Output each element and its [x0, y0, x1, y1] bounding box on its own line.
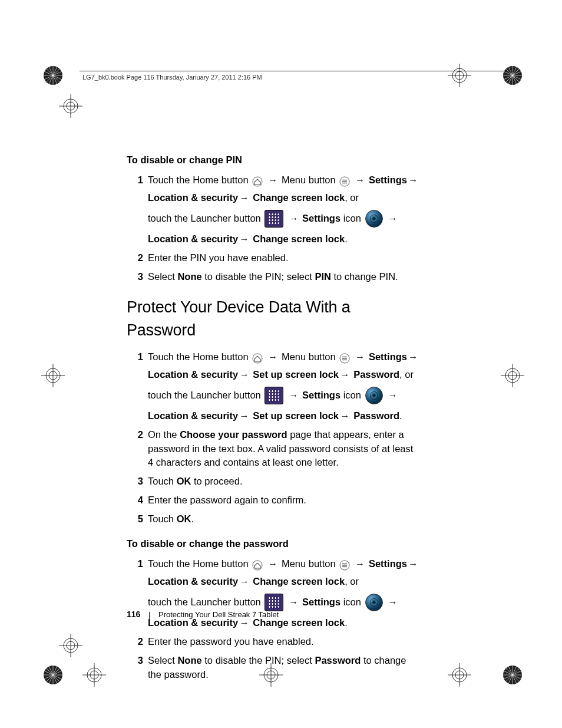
bold: Password [315, 655, 361, 666]
step-body: Touch the Home button → Menu button → Se… [148, 173, 421, 246]
text: . [345, 233, 348, 244]
step-number: 2 [127, 635, 148, 649]
page-number: 116 [127, 610, 140, 619]
step-item: 4 Enter the password again to confirm. [127, 493, 421, 508]
arrow-icon: → [238, 369, 250, 380]
bold: Location & security [148, 233, 238, 244]
bold: Set up screen lock [253, 369, 339, 380]
text: Touch the Home button [148, 351, 251, 362]
step-number: 3 [127, 270, 148, 284]
arrow-icon: → [238, 576, 250, 587]
step-number: 2 [127, 251, 148, 265]
step-number: 3 [127, 475, 148, 489]
text: to change PIN. [331, 271, 398, 282]
text: to proceed. [191, 476, 242, 486]
arrow-icon: → [238, 192, 250, 203]
arrow-icon: → [339, 369, 351, 380]
arrow-icon: → [407, 558, 419, 569]
step-body: Touch OK to proceed. [148, 475, 421, 489]
step-body: Select None to disable the PIN; select P… [148, 270, 421, 284]
arrow-icon: → [354, 351, 366, 362]
arrow-icon: → [267, 174, 279, 185]
step-number: 1 [127, 350, 148, 364]
crop-mark-icon [41, 64, 65, 87]
step-item: 5 Touch OK. [127, 512, 421, 526]
bold: Change screen lock [253, 576, 345, 587]
bold: Password [353, 369, 399, 380]
subheading-disable-pin: To disable or change PIN [127, 153, 421, 167]
steps-list: 1 Touch the Home button → Menu button → … [127, 173, 421, 284]
arrow-icon: → [354, 174, 366, 185]
text: On the [148, 429, 180, 440]
bold: None [177, 655, 201, 666]
arrow-icon: → [386, 597, 399, 607]
text: , or [345, 192, 359, 203]
settings-icon [365, 210, 383, 228]
text: Menu button [282, 351, 338, 362]
step-number: 5 [127, 512, 148, 526]
arrow-icon: → [407, 174, 419, 185]
step-number: 1 [127, 557, 148, 571]
text: Menu button [282, 558, 338, 569]
running-header: LG7_bk0.book Page 116 Thursday, January … [82, 73, 262, 83]
bold: Settings [302, 213, 340, 223]
bold: Location & security [148, 576, 238, 587]
section-heading-password: Protect Your Device Data With a Password [127, 296, 421, 342]
step-number: 4 [127, 493, 148, 508]
launcher-icon [265, 387, 283, 404]
text: icon [343, 597, 364, 607]
crop-mark-icon [501, 663, 524, 687]
step-item: 1 Touch the Home button → Menu button → … [127, 350, 421, 423]
crop-mark-icon [59, 94, 82, 118]
text: Select [148, 271, 177, 282]
arrow-icon: → [267, 351, 279, 362]
step-item: 2 Enter the PIN you have enabled. [127, 251, 421, 265]
text: touch the Launcher button [148, 390, 263, 400]
crop-mark-icon [41, 663, 65, 687]
text: . [399, 410, 402, 421]
arrow-icon: → [238, 233, 250, 244]
step-item: 3 Touch OK to proceed. [127, 475, 421, 489]
crop-mark-icon [41, 364, 65, 387]
bold: OK [177, 513, 191, 524]
footer-separator: | [143, 610, 156, 619]
text: Touch the Home button [148, 558, 251, 569]
crop-mark-icon [82, 663, 106, 687]
subheading-disable-password: To disable or change the password [127, 537, 421, 551]
step-item: 1 Touch the Home button → Menu button → … [127, 173, 421, 246]
text: to disable the PIN; select [202, 655, 315, 666]
step-body: Touch the Home button → Menu button → Se… [148, 350, 421, 423]
text: Select [148, 655, 177, 666]
step-number: 3 [127, 654, 148, 668]
text: , or [345, 576, 359, 587]
step-item: 2 Enter the password you have enabled. [127, 635, 421, 649]
bold: Change screen lock [253, 233, 345, 244]
bold: Settings [369, 351, 407, 362]
home-icon [252, 176, 263, 191]
menu-icon [339, 176, 350, 191]
crop-mark-icon [448, 663, 471, 687]
text: Touch the Home button [148, 174, 251, 185]
arrow-icon: → [287, 597, 300, 607]
step-body: On the Choose your password page that ap… [148, 428, 421, 470]
chapter-title: Protecting Your Dell Streak 7 Tablet [158, 610, 279, 619]
step-item: 3 Select None to disable the PIN; select… [127, 270, 421, 284]
text: icon [343, 390, 364, 400]
arrow-icon: → [287, 213, 300, 223]
step-body: Select None to disable the PIN; select P… [148, 654, 421, 682]
crop-mark-icon [501, 64, 524, 87]
arrow-icon: → [238, 410, 250, 421]
settings-icon [365, 594, 383, 611]
home-icon [252, 560, 263, 575]
text: touch the Launcher button [148, 213, 263, 223]
text: Menu button [282, 174, 338, 185]
step-body: Enter the PIN you have enabled. [148, 251, 421, 265]
arrow-icon: → [407, 351, 419, 362]
crop-mark-icon [448, 64, 471, 87]
bold: Location & security [148, 369, 238, 380]
bold: None [177, 271, 201, 282]
crop-mark-icon [501, 364, 524, 387]
step-item: 3 Select None to disable the PIN; select… [127, 654, 421, 682]
menu-icon [339, 353, 350, 368]
text: icon [343, 213, 364, 223]
